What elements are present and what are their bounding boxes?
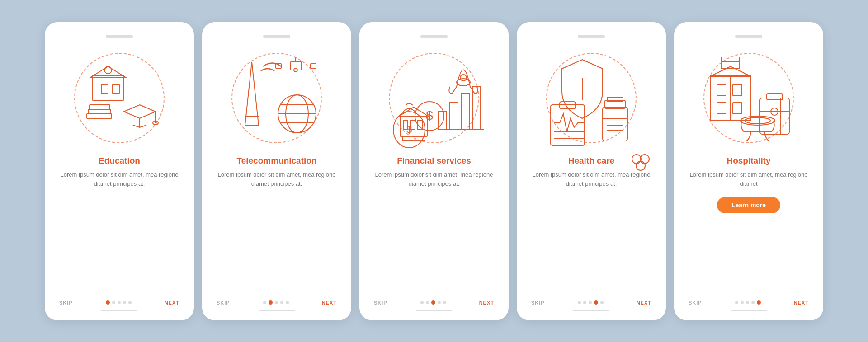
- dot-4: [123, 301, 126, 304]
- education-icon-area: [65, 44, 174, 152]
- dot-1: [578, 301, 581, 304]
- footer-line-telecom: [259, 310, 295, 311]
- footer-line-education: [101, 310, 137, 311]
- dot-1: [735, 301, 738, 304]
- footer-line-healthcare: [573, 310, 609, 311]
- healthcare-icon-area: [537, 44, 646, 152]
- dashed-circle-2: [231, 53, 322, 143]
- dot-2: [426, 301, 429, 304]
- dot-1: [420, 301, 424, 304]
- dot-2: [269, 300, 273, 305]
- next-button-healthcare[interactable]: NEXT: [637, 300, 651, 305]
- education-desc: Lorem ipsum dolor sit dim amet, mea regi…: [56, 170, 183, 189]
- healthcare-desc: Lorem ipsum dolor sit dim amet, mea regi…: [528, 170, 655, 189]
- hospitality-desc: Lorem ipsum dolor sit dim amet, mea regi…: [685, 170, 812, 189]
- svg-point-61: [636, 161, 645, 170]
- dashed-circle-3: [389, 53, 479, 143]
- financial-icon-area: $ $: [380, 44, 488, 152]
- dot-4: [594, 300, 598, 305]
- dot-3: [589, 301, 592, 304]
- financial-footer: SKIP NEXT: [370, 300, 498, 305]
- dot-1: [106, 300, 110, 305]
- hospitality-footer: SKIP NEXT: [685, 300, 812, 305]
- dot-4: [438, 301, 441, 304]
- skip-button-telecom[interactable]: SKIP: [217, 300, 230, 305]
- dashed-circle-5: [703, 53, 794, 143]
- svg-rect-27: [311, 64, 316, 68]
- dot-5: [128, 301, 132, 304]
- skip-button-hospitality[interactable]: SKIP: [689, 300, 702, 305]
- dots-education: [106, 300, 132, 305]
- phone-notch-3: [420, 35, 448, 38]
- dot-2: [583, 301, 586, 304]
- financial-desc: Lorem ipsum dolor sit dim amet, mea regi…: [370, 170, 498, 189]
- dot-1: [263, 301, 266, 304]
- card-healthcare: Health care Lorem ipsum dolor sit dim am…: [517, 22, 666, 320]
- card-education: Education Lorem ipsum dolor sit dim amet…: [45, 22, 194, 320]
- card-financial: $ $ Financia: [359, 22, 509, 320]
- hospitality-icon-area: [694, 44, 803, 152]
- footer-line-financial: [416, 310, 452, 311]
- hospitality-title: Hospitality: [726, 156, 770, 166]
- telecom-desc: Lorem ipsum dolor sit dim amet, mea regi…: [213, 170, 340, 189]
- education-footer: SKIP NEXT: [56, 300, 183, 305]
- dot-4: [280, 301, 283, 304]
- card-telecommunication: Telecommunication Lorem ipsum dolor sit …: [202, 22, 351, 320]
- phone-notch-4: [578, 35, 605, 38]
- skip-button-education[interactable]: SKIP: [59, 300, 73, 305]
- next-button-financial[interactable]: NEXT: [479, 300, 494, 305]
- dashed-circle: [74, 53, 165, 143]
- dashed-circle-4: [546, 53, 637, 143]
- dot-2: [741, 301, 744, 304]
- skip-button-healthcare[interactable]: SKIP: [531, 300, 545, 305]
- dots-financial: [420, 300, 446, 305]
- telecom-icon-area: [222, 44, 331, 152]
- card-hospitality: Hospitality Lorem ipsum dolor sit dim am…: [674, 22, 823, 320]
- dot-3: [275, 301, 278, 304]
- learn-more-button[interactable]: Learn more: [717, 197, 780, 213]
- telecom-title: Telecommunication: [236, 156, 316, 166]
- dots-hospitality: [735, 300, 761, 305]
- skip-button-financial[interactable]: SKIP: [374, 300, 387, 305]
- dots-telecom: [263, 300, 289, 305]
- dot-3: [118, 301, 121, 304]
- footer-line-hospitality: [731, 310, 767, 311]
- telecom-footer: SKIP NEXT: [213, 300, 340, 305]
- dot-3: [746, 301, 749, 304]
- healthcare-title: Health care: [568, 156, 614, 166]
- phone-notch: [106, 35, 133, 38]
- dot-5: [600, 301, 604, 304]
- dot-3: [431, 300, 435, 305]
- next-button-telecom[interactable]: NEXT: [322, 300, 337, 305]
- next-button-education[interactable]: NEXT: [165, 300, 179, 305]
- education-title: Education: [99, 156, 140, 166]
- healthcare-footer: SKIP NEXT: [528, 300, 655, 305]
- financial-title: Financial services: [397, 156, 471, 166]
- phone-notch-2: [263, 35, 290, 38]
- dots-healthcare: [578, 300, 604, 305]
- dot-5: [757, 300, 761, 305]
- dot-5: [286, 301, 289, 304]
- dot-2: [112, 301, 115, 304]
- screens-container: Education Lorem ipsum dolor sit dim amet…: [45, 22, 823, 320]
- next-button-hospitality[interactable]: NEXT: [794, 300, 809, 305]
- dot-4: [751, 301, 755, 304]
- phone-notch-5: [735, 35, 762, 38]
- dot-5: [443, 301, 446, 304]
